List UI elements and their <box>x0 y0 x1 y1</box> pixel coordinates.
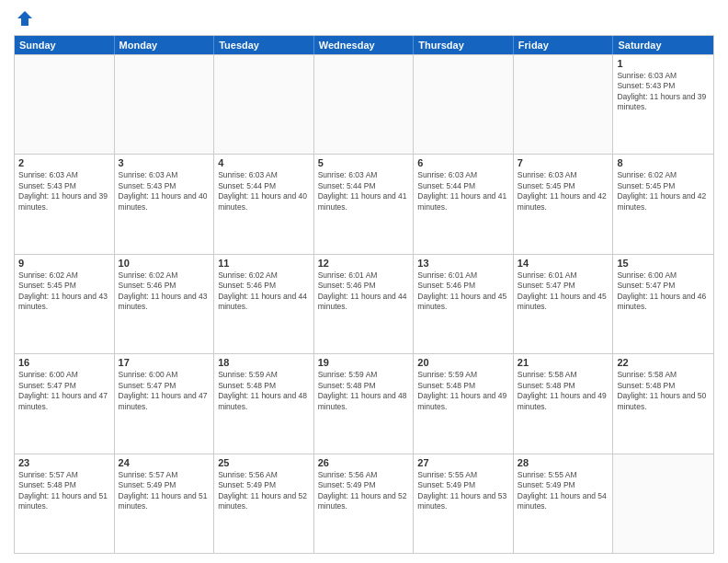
day-number: 23 <box>18 457 110 468</box>
day-cell-4: 4Sunrise: 6:03 AM Sunset: 5:44 PM Daylig… <box>214 155 314 253</box>
day-cell-17: 17Sunrise: 6:00 AM Sunset: 5:47 PM Dayli… <box>115 354 215 453</box>
header-cell-tuesday: Tuesday <box>214 36 314 54</box>
day-info: Sunrise: 6:02 AM Sunset: 5:46 PM Dayligh… <box>119 270 210 313</box>
day-info: Sunrise: 6:03 AM Sunset: 5:44 PM Dayligh… <box>417 170 509 213</box>
empty-cell-0-3 <box>314 55 415 154</box>
calendar-row-0: 1Sunrise: 6:03 AM Sunset: 5:43 PM Daylig… <box>15 54 713 154</box>
empty-cell-0-1 <box>115 55 215 154</box>
day-cell-6: 6Sunrise: 6:03 AM Sunset: 5:44 PM Daylig… <box>414 155 514 253</box>
day-cell-16: 16Sunrise: 6:00 AM Sunset: 5:47 PM Dayli… <box>15 354 115 453</box>
day-number: 9 <box>18 258 110 269</box>
day-number: 21 <box>518 357 609 368</box>
day-number: 15 <box>617 258 710 269</box>
day-info: Sunrise: 6:03 AM Sunset: 5:43 PM Dayligh… <box>119 170 210 213</box>
day-cell-26: 26Sunrise: 5:56 AM Sunset: 5:49 PM Dayli… <box>314 454 415 553</box>
day-cell-22: 22Sunrise: 5:58 AM Sunset: 5:48 PM Dayli… <box>613 354 713 453</box>
day-cell-13: 13Sunrise: 6:01 AM Sunset: 5:46 PM Dayli… <box>414 255 514 353</box>
day-info: Sunrise: 5:56 AM Sunset: 5:49 PM Dayligh… <box>218 470 310 512</box>
day-info: Sunrise: 5:57 AM Sunset: 5:48 PM Dayligh… <box>18 470 110 512</box>
day-cell-25: 25Sunrise: 5:56 AM Sunset: 5:49 PM Dayli… <box>214 454 314 553</box>
day-cell-15: 15Sunrise: 6:00 AM Sunset: 5:47 PM Dayli… <box>613 255 713 353</box>
day-info: Sunrise: 6:02 AM Sunset: 5:46 PM Dayligh… <box>218 270 310 313</box>
day-number: 12 <box>318 258 410 269</box>
day-info: Sunrise: 6:02 AM Sunset: 5:45 PM Dayligh… <box>617 170 710 213</box>
day-number: 4 <box>218 157 310 168</box>
day-info: Sunrise: 6:03 AM Sunset: 5:44 PM Dayligh… <box>318 170 410 213</box>
header-cell-saturday: Saturday <box>613 36 713 54</box>
day-number: 26 <box>318 457 410 468</box>
day-cell-20: 20Sunrise: 5:59 AM Sunset: 5:48 PM Dayli… <box>414 354 514 453</box>
day-cell-9: 9Sunrise: 6:02 AM Sunset: 5:45 PM Daylig… <box>15 255 115 353</box>
day-number: 11 <box>218 258 310 269</box>
day-info: Sunrise: 5:59 AM Sunset: 5:48 PM Dayligh… <box>417 370 509 412</box>
day-cell-1: 1Sunrise: 6:03 AM Sunset: 5:43 PM Daylig… <box>613 55 713 154</box>
day-cell-18: 18Sunrise: 5:59 AM Sunset: 5:48 PM Dayli… <box>214 354 314 453</box>
day-info: Sunrise: 6:00 AM Sunset: 5:47 PM Dayligh… <box>617 270 710 313</box>
calendar-header: SundayMondayTuesdayWednesdayThursdayFrid… <box>15 36 713 54</box>
day-number: 18 <box>218 357 310 368</box>
day-info: Sunrise: 5:57 AM Sunset: 5:49 PM Dayligh… <box>119 470 210 512</box>
page: SundayMondayTuesdayWednesdayThursdayFrid… <box>0 0 728 563</box>
empty-cell-0-4 <box>414 55 514 154</box>
day-number: 7 <box>518 157 609 168</box>
day-info: Sunrise: 5:55 AM Sunset: 5:49 PM Dayligh… <box>417 470 509 512</box>
day-info: Sunrise: 5:56 AM Sunset: 5:49 PM Dayligh… <box>318 470 410 512</box>
day-number: 25 <box>218 457 310 468</box>
calendar-row-3: 16Sunrise: 6:00 AM Sunset: 5:47 PM Dayli… <box>15 353 713 453</box>
day-cell-11: 11Sunrise: 6:02 AM Sunset: 5:46 PM Dayli… <box>214 255 314 353</box>
empty-cell-0-2 <box>214 55 314 154</box>
header-cell-monday: Monday <box>115 36 215 54</box>
day-cell-14: 14Sunrise: 6:01 AM Sunset: 5:47 PM Dayli… <box>514 255 614 353</box>
calendar: SundayMondayTuesdayWednesdayThursdayFrid… <box>14 35 714 554</box>
day-number: 19 <box>318 357 410 368</box>
day-number: 8 <box>617 157 710 168</box>
day-number: 3 <box>119 157 210 168</box>
day-cell-2: 2Sunrise: 6:03 AM Sunset: 5:43 PM Daylig… <box>15 155 115 253</box>
day-number: 28 <box>518 457 609 468</box>
day-cell-28: 28Sunrise: 5:55 AM Sunset: 5:49 PM Dayli… <box>514 454 614 553</box>
day-info: Sunrise: 5:59 AM Sunset: 5:48 PM Dayligh… <box>218 370 310 412</box>
calendar-row-4: 23Sunrise: 5:57 AM Sunset: 5:48 PM Dayli… <box>15 454 713 553</box>
day-cell-3: 3Sunrise: 6:03 AM Sunset: 5:43 PM Daylig… <box>115 155 215 253</box>
day-info: Sunrise: 6:03 AM Sunset: 5:45 PM Dayligh… <box>518 170 609 213</box>
day-number: 27 <box>417 457 509 468</box>
day-info: Sunrise: 6:01 AM Sunset: 5:46 PM Dayligh… <box>318 270 410 313</box>
day-number: 22 <box>617 357 710 368</box>
calendar-body: 1Sunrise: 6:03 AM Sunset: 5:43 PM Daylig… <box>15 54 713 553</box>
day-info: Sunrise: 5:59 AM Sunset: 5:48 PM Dayligh… <box>318 370 410 412</box>
day-number: 2 <box>18 157 110 168</box>
day-info: Sunrise: 6:01 AM Sunset: 5:46 PM Dayligh… <box>417 270 509 313</box>
day-cell-19: 19Sunrise: 5:59 AM Sunset: 5:48 PM Dayli… <box>314 354 415 453</box>
day-number: 16 <box>18 357 110 368</box>
day-info: Sunrise: 6:03 AM Sunset: 5:43 PM Dayligh… <box>617 71 710 113</box>
day-number: 13 <box>417 258 509 269</box>
day-info: Sunrise: 6:03 AM Sunset: 5:44 PM Dayligh… <box>218 170 310 213</box>
day-info: Sunrise: 5:58 AM Sunset: 5:48 PM Dayligh… <box>518 370 609 412</box>
empty-cell-0-0 <box>15 55 115 154</box>
day-cell-10: 10Sunrise: 6:02 AM Sunset: 5:46 PM Dayli… <box>115 255 215 353</box>
day-cell-8: 8Sunrise: 6:02 AM Sunset: 5:45 PM Daylig… <box>613 155 713 253</box>
day-cell-21: 21Sunrise: 5:58 AM Sunset: 5:48 PM Dayli… <box>514 354 614 453</box>
logo-icon <box>16 9 34 28</box>
day-info: Sunrise: 5:55 AM Sunset: 5:49 PM Dayligh… <box>518 470 609 512</box>
day-cell-12: 12Sunrise: 6:01 AM Sunset: 5:46 PM Dayli… <box>314 255 415 353</box>
day-number: 17 <box>119 357 210 368</box>
day-number: 10 <box>119 258 210 269</box>
header-cell-wednesday: Wednesday <box>314 36 415 54</box>
svg-marker-0 <box>17 11 32 26</box>
empty-cell-4-6 <box>613 454 713 553</box>
day-info: Sunrise: 6:03 AM Sunset: 5:43 PM Dayligh… <box>18 170 110 213</box>
day-number: 20 <box>417 357 509 368</box>
day-info: Sunrise: 5:58 AM Sunset: 5:48 PM Dayligh… <box>617 370 710 412</box>
day-info: Sunrise: 6:02 AM Sunset: 5:45 PM Dayligh… <box>18 270 110 313</box>
day-cell-24: 24Sunrise: 5:57 AM Sunset: 5:49 PM Dayli… <box>115 454 215 553</box>
day-cell-27: 27Sunrise: 5:55 AM Sunset: 5:49 PM Dayli… <box>414 454 514 553</box>
logo <box>14 9 34 28</box>
header <box>14 9 714 28</box>
day-number: 1 <box>617 58 710 69</box>
day-cell-7: 7Sunrise: 6:03 AM Sunset: 5:45 PM Daylig… <box>514 155 614 253</box>
calendar-row-1: 2Sunrise: 6:03 AM Sunset: 5:43 PM Daylig… <box>15 154 713 253</box>
day-number: 14 <box>518 258 609 269</box>
header-cell-sunday: Sunday <box>15 36 115 54</box>
day-number: 24 <box>119 457 210 468</box>
